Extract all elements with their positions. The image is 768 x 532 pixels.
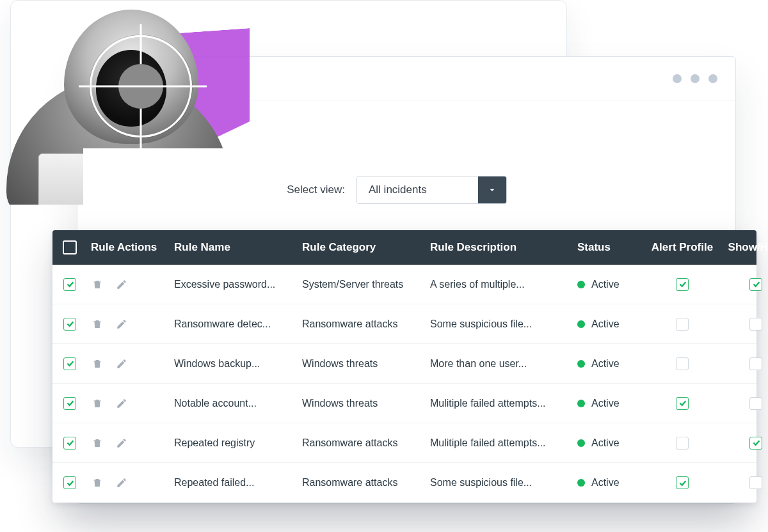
table-row: Ransomware detec...Ransomware attacksSom… — [52, 304, 756, 344]
status-dot-icon — [577, 360, 585, 368]
select-all-checkbox[interactable] — [63, 240, 77, 254]
row-actions — [87, 437, 170, 450]
row-select-checkbox[interactable] — [63, 357, 76, 370]
row-select-checkbox[interactable] — [63, 476, 76, 489]
rule-category: Ransomware attacks — [298, 477, 426, 489]
show-hide-checkbox[interactable] — [749, 476, 762, 489]
alert-profile-checkbox[interactable] — [676, 357, 689, 370]
rule-description: Some suspicious file... — [426, 318, 573, 330]
status-text: Active — [591, 477, 620, 489]
rule-category: Windows threats — [298, 358, 426, 370]
col-description: Rule Description — [426, 241, 573, 254]
rule-status: Active — [573, 477, 644, 489]
row-actions — [87, 476, 170, 489]
rule-status: Active — [573, 358, 644, 370]
view-selector-panel: Select view: All incidents — [83, 148, 710, 231]
rules-table: Rule Actions Rule Name Rule Category Rul… — [52, 230, 756, 503]
status-text: Active — [591, 279, 620, 290]
edit-button[interactable] — [115, 437, 128, 450]
delete-button[interactable] — [91, 278, 104, 291]
rule-name: Repeated failed... — [170, 477, 298, 489]
status-text: Active — [591, 318, 620, 330]
table-row: Repeated failed...Ransomware attacksSome… — [52, 463, 756, 503]
status-text: Active — [591, 358, 620, 370]
window-dot-icon — [691, 74, 700, 83]
rule-name: Notable account... — [170, 398, 298, 409]
col-alert: Alert Profile — [644, 241, 721, 254]
window-controls — [673, 74, 717, 83]
row-select-checkbox[interactable] — [63, 278, 76, 291]
show-hide-checkbox[interactable] — [749, 318, 762, 331]
show-hide-checkbox[interactable] — [749, 357, 762, 370]
crosshair-icon — [90, 35, 192, 137]
rule-description: More than one user... — [426, 358, 573, 370]
alert-profile-checkbox[interactable] — [676, 278, 689, 291]
status-dot-icon — [577, 479, 585, 487]
rule-status: Active — [573, 318, 644, 330]
rule-category: Windows threats — [298, 398, 426, 409]
col-status: Status — [573, 241, 644, 254]
view-selector-label: Select view: — [287, 184, 345, 196]
row-select-checkbox[interactable] — [63, 397, 76, 410]
rule-status: Active — [573, 398, 644, 409]
table-header: Rule Actions Rule Name Rule Category Rul… — [52, 230, 756, 265]
rule-description: Some suspicious file... — [426, 477, 573, 489]
row-select-checkbox[interactable] — [63, 437, 76, 450]
status-dot-icon — [577, 400, 585, 407]
edit-button[interactable] — [115, 357, 128, 370]
delete-button[interactable] — [91, 397, 104, 410]
edit-button[interactable] — [115, 318, 128, 331]
status-text: Active — [591, 437, 620, 449]
delete-button[interactable] — [91, 318, 104, 331]
rule-category: System/Server threats — [298, 279, 426, 290]
table-row: Excessive password...System/Server threa… — [52, 265, 756, 304]
rule-name: Ransomware detec... — [170, 318, 298, 330]
rule-description: A series of multiple... — [426, 279, 573, 290]
row-actions — [87, 318, 170, 331]
status-dot-icon — [577, 281, 585, 288]
show-hide-checkbox[interactable] — [749, 397, 762, 410]
delete-button[interactable] — [91, 357, 104, 370]
rule-category: Ransomware attacks — [298, 318, 426, 330]
rule-name: Windows backup... — [170, 358, 298, 370]
window-dot-icon — [708, 74, 717, 83]
rule-description: Mulitiple failed attempts... — [426, 398, 573, 409]
row-actions — [87, 278, 170, 291]
delete-button[interactable] — [91, 437, 104, 450]
chevron-down-icon — [478, 176, 506, 203]
status-dot-icon — [577, 439, 585, 447]
row-actions — [87, 357, 170, 370]
edit-button[interactable] — [115, 397, 128, 410]
col-name: Rule Name — [170, 241, 298, 254]
rule-status: Active — [573, 279, 644, 290]
alert-profile-checkbox[interactable] — [676, 476, 689, 489]
table-row: Windows backup...Windows threatsMore tha… — [52, 344, 756, 384]
row-select-checkbox[interactable] — [63, 318, 76, 331]
col-actions: Rule Actions — [87, 241, 170, 254]
table-row: Notable account...Windows threatsMulitip… — [52, 384, 756, 423]
table-row: Repeated registryRansomware attacksMulit… — [52, 423, 756, 463]
alert-profile-checkbox[interactable] — [676, 318, 689, 331]
window-dot-icon — [673, 74, 682, 83]
edit-button[interactable] — [115, 476, 128, 489]
alert-profile-checkbox[interactable] — [676, 437, 689, 450]
show-hide-checkbox[interactable] — [749, 278, 762, 291]
alert-profile-checkbox[interactable] — [676, 397, 689, 410]
status-text: Active — [591, 398, 620, 409]
rule-category: Ransomware attacks — [298, 437, 426, 449]
col-category: Rule Category — [298, 241, 426, 254]
rule-name: Repeated registry — [170, 437, 298, 449]
view-selector[interactable]: All incidents — [356, 176, 507, 204]
row-actions — [87, 397, 170, 410]
rule-description: Mulitiple failed attempts... — [426, 437, 573, 449]
col-showhide: Show/Hide — [721, 241, 768, 254]
edit-button[interactable] — [115, 278, 128, 291]
rule-status: Active — [573, 437, 644, 449]
status-dot-icon — [577, 320, 585, 328]
rule-name: Excessive password... — [170, 279, 298, 290]
show-hide-checkbox[interactable] — [749, 437, 762, 450]
view-selector-value: All incidents — [357, 176, 478, 203]
delete-button[interactable] — [91, 476, 104, 489]
